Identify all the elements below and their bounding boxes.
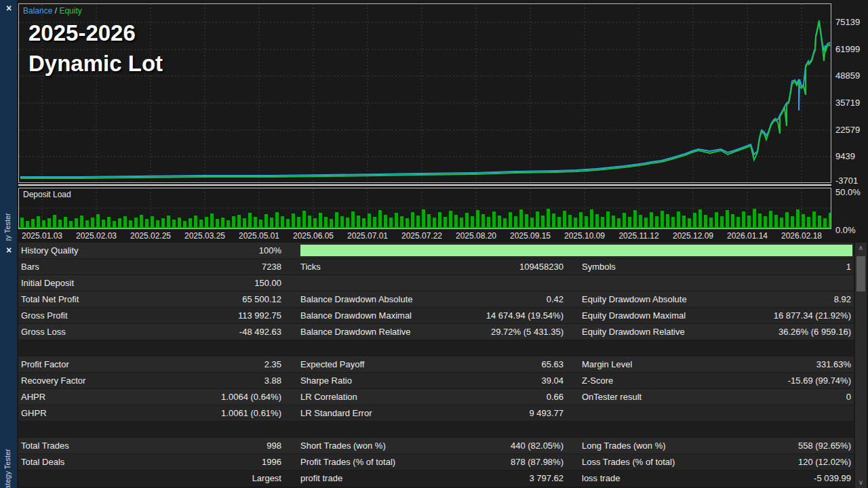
deposit-bar bbox=[660, 211, 664, 227]
balance-equity-chart[interactable]: Balance / Equity 2025-2026 Dynamic Lot bbox=[18, 3, 831, 183]
stat-value: 36.26% (6 959.16) bbox=[753, 327, 854, 337]
deposit-bar bbox=[384, 215, 387, 227]
x-axis-label: 2025.10.09 bbox=[564, 231, 605, 241]
table-row: Gross Loss-48 492.63Balance Drawdown Rel… bbox=[18, 324, 854, 340]
legend-separator: / bbox=[52, 6, 59, 16]
stat-value: 39.04 bbox=[467, 375, 564, 386]
deposit-bar bbox=[340, 216, 344, 227]
stat-value: 150.00 bbox=[200, 278, 281, 288]
deposit-bar bbox=[259, 220, 262, 227]
deposit-bar bbox=[552, 214, 555, 227]
sidebar-tab-strategy-tester-2[interactable]: Strategy Tester bbox=[0, 434, 17, 488]
x-axis-label: 2026.02.18 bbox=[781, 231, 822, 241]
deposit-bar bbox=[145, 219, 149, 227]
stat-value: 65 500.12 bbox=[200, 294, 281, 304]
stat-value: 8.92 bbox=[753, 294, 854, 304]
deposit-bar bbox=[704, 215, 707, 227]
stat-value: 120 (12.02%) bbox=[753, 457, 854, 467]
deposit-bar bbox=[42, 220, 45, 227]
stat-label: Profit Trades (% of total) bbox=[300, 457, 467, 467]
deposit-bar bbox=[802, 214, 805, 227]
deposit-bar bbox=[709, 218, 713, 227]
stat-value: 3.88 bbox=[200, 375, 281, 386]
sidebar-tab-strategy-tester-1[interactable]: Strategy Tester bbox=[0, 173, 17, 241]
stat-value: 331.63% bbox=[753, 359, 854, 369]
deposit-bar bbox=[807, 217, 810, 227]
deposit-bar bbox=[107, 217, 111, 227]
stat-value: -48 492.63 bbox=[200, 327, 281, 337]
stat-value: 1 bbox=[753, 262, 854, 272]
scrollbar-thumb[interactable] bbox=[856, 256, 865, 291]
stat-value: 14 674.94 (19.54%) bbox=[467, 310, 564, 321]
deposit-bar bbox=[221, 218, 224, 227]
deposit-bar bbox=[102, 220, 105, 227]
close-icon[interactable]: × bbox=[3, 245, 14, 256]
stat-label: Long Trades (won %) bbox=[582, 441, 753, 451]
deposit-bar bbox=[764, 216, 767, 227]
deposit-bar bbox=[254, 217, 257, 227]
stat-label: GHPR bbox=[18, 408, 200, 418]
deposit-bar bbox=[601, 217, 604, 227]
table-gap-row bbox=[18, 422, 854, 437]
deposit-bar bbox=[346, 218, 349, 227]
chart-legend: Balance / Equity bbox=[23, 6, 82, 16]
deposit-bar bbox=[736, 217, 740, 227]
strategy-tester-sidebar: × Strategy Tester × Strategy Tester bbox=[0, 0, 17, 488]
deposit-bar bbox=[579, 212, 583, 227]
stat-label: Bars bbox=[18, 262, 200, 272]
deposit-load-bars bbox=[20, 190, 831, 227]
deposit-bar bbox=[26, 221, 29, 227]
deposit-bar bbox=[677, 211, 680, 227]
deposit-bar bbox=[688, 218, 691, 227]
deposit-bar bbox=[330, 219, 333, 227]
deposit-bar bbox=[465, 213, 469, 227]
deposit-bar bbox=[362, 218, 366, 227]
deposit-bar bbox=[536, 211, 539, 227]
deposit-bar bbox=[37, 216, 40, 227]
stat-value: -15.69 (99.74%) bbox=[753, 375, 854, 386]
deposit-bar bbox=[812, 211, 816, 227]
overlay-title-line2: Dynamic Lot bbox=[28, 48, 163, 79]
deposit-bar bbox=[156, 220, 159, 227]
deposit-bar bbox=[357, 216, 360, 227]
scroll-up-icon[interactable]: ∧ bbox=[855, 243, 867, 253]
deposit-bar bbox=[161, 218, 165, 227]
legend-balance[interactable]: Balance bbox=[23, 6, 52, 16]
stat-label: Sharpe Ratio bbox=[300, 375, 467, 386]
deposit-bar bbox=[568, 215, 572, 227]
scroll-down-icon[interactable]: ∨ bbox=[855, 477, 867, 488]
y-axis-label: 61999 bbox=[835, 44, 860, 54]
table-gap-row bbox=[18, 340, 854, 356]
stat-value: 29.72% (5 431.35) bbox=[467, 327, 564, 337]
deposit-bar bbox=[205, 217, 208, 227]
x-axis-label: 2025.09.15 bbox=[510, 231, 551, 241]
deposit-bar bbox=[525, 214, 528, 227]
deposit-bar bbox=[378, 210, 382, 227]
stat-value: Largest bbox=[200, 473, 281, 483]
deposit-bar bbox=[422, 209, 425, 227]
deposit-bar bbox=[118, 218, 121, 227]
deposit-bar bbox=[623, 213, 626, 227]
close-icon[interactable]: × bbox=[3, 3, 14, 14]
deposit-bar bbox=[189, 218, 192, 227]
deposit-bar bbox=[438, 212, 441, 227]
table-row: History Quality100% bbox=[18, 243, 854, 258]
stat-label: Profit Factor bbox=[18, 359, 200, 369]
deposit-bar bbox=[503, 218, 507, 227]
stat-value: 7238 bbox=[200, 262, 281, 272]
stat-label: Total Deals bbox=[18, 457, 200, 467]
deposit-bar bbox=[216, 219, 219, 227]
deposit-baseline bbox=[19, 227, 831, 228]
deposit-bar bbox=[395, 213, 398, 227]
deposit-load-chart[interactable]: Deposit Load bbox=[18, 188, 831, 229]
deposit-max-label: 50.0% bbox=[835, 187, 861, 197]
table-row: Profit Factor2.35Expected Payoff65.63Mar… bbox=[18, 357, 854, 372]
deposit-bar bbox=[449, 211, 452, 227]
deposit-bar bbox=[64, 217, 67, 227]
table-scrollbar[interactable]: ∧ ∨ bbox=[855, 243, 867, 488]
legend-equity[interactable]: Equity bbox=[59, 6, 81, 16]
stat-value: 1.0061 (0.61%) bbox=[200, 408, 281, 418]
table-row: Recovery Factor3.88Sharpe Ratio39.04Z-Sc… bbox=[18, 373, 854, 388]
deposit-bar bbox=[53, 215, 56, 227]
deposit-bar bbox=[210, 214, 214, 227]
